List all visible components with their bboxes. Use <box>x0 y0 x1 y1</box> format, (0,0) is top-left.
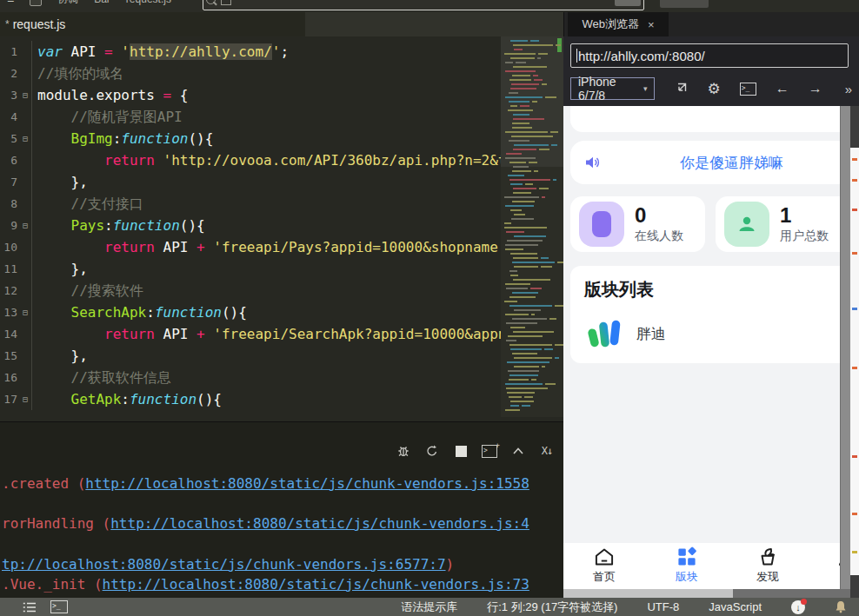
terminal-icon[interactable]: >_ <box>50 600 68 613</box>
editor-tab-bar: * request.js <box>0 12 563 36</box>
code-line: 14 return API + 'freeapi/SearchApk?appid… <box>0 323 501 345</box>
toolbar-item[interactable]: 协调 <box>57 0 78 7</box>
file-filter-icon <box>221 0 231 5</box>
console-terminal-icon[interactable]: >_ <box>740 83 756 96</box>
code-line: 11 }, <box>0 258 501 280</box>
nav-discover[interactable]: 发现 <box>743 546 792 585</box>
file-icon <box>30 0 42 6</box>
close-icon[interactable]: × <box>648 18 655 31</box>
code-line: 3⊟module.exports = { <box>0 84 501 106</box>
gear-icon[interactable]: ⚙ <box>707 80 720 98</box>
url-text: http://ahlly.com/:8080/ <box>578 49 705 63</box>
edge-annotation-strip <box>850 106 859 598</box>
nav-boards[interactable]: 版块 <box>663 546 711 585</box>
text-caret <box>576 49 577 63</box>
toolbar-item[interactable]: Bar <box>94 0 110 5</box>
forward-icon[interactable]: → <box>809 81 822 96</box>
search-inner-button[interactable] <box>615 0 641 6</box>
code-line: 5⊟ BgImg:function(){ <box>0 128 501 149</box>
code-line: 17⊟ GetApk:function(){ <box>0 388 501 410</box>
chevron-down-icon: ▾ <box>643 84 648 93</box>
stat-label: 在线人数 <box>635 229 683 244</box>
nav-label: 版块 <box>676 569 698 585</box>
board-logo <box>584 314 624 354</box>
toolbar-item[interactable]: request.js <box>126 0 171 5</box>
code-line: 4 //随机背景图API <box>0 106 501 128</box>
search-input[interactable] <box>203 0 644 10</box>
encoding-status[interactable]: UTF-8 <box>647 600 679 613</box>
board-list-card: 版块列表 胖迪 <box>570 266 850 363</box>
bell-icon[interactable] <box>835 600 847 613</box>
search-icon <box>206 0 216 4</box>
notice-banner[interactable]: 你是傻逼胖娣嘛 <box>570 141 850 184</box>
total-users-card[interactable]: 1 用户总数 <box>716 196 850 252</box>
top-toolbar: ≡ 协调 Bar request.js <box>0 0 859 12</box>
device-label: iPhone 6/7/8 <box>578 75 643 103</box>
console-output: .created (http://localhost:8080/static/j… <box>2 474 563 594</box>
online-users-card[interactable]: 0 在线人数 <box>570 196 705 252</box>
code-line: 16 //获取软件信息 <box>0 367 501 388</box>
device-select[interactable]: iPhone 6/7/8 ▾ <box>570 77 655 100</box>
code-line: 2//填你的域名 <box>0 63 501 84</box>
horizontal-scrollbar[interactable] <box>563 589 859 598</box>
code-editor[interactable]: 1var API = 'http://ahlly.com/';2//填你的域名3… <box>0 36 563 421</box>
ide-window: ≡ 协调 Bar request.js * request.js Web浏览器 … <box>0 0 859 616</box>
more-tools-icon[interactable]: » <box>845 82 852 96</box>
tab-web-browser[interactable]: Web浏览器 × <box>568 12 669 36</box>
collapse-icon[interactable] <box>510 443 526 459</box>
stat-value: 1 <box>780 204 829 227</box>
device-toolbar: iPhone 6/7/8 ▾ ⚙ >_ ← → » <box>570 76 852 101</box>
section-title: 版块列表 <box>584 278 836 301</box>
nav-home[interactable]: 首页 <box>580 546 629 585</box>
notice-text: 你是傻逼胖娣嘛 <box>680 153 783 173</box>
url-input[interactable]: http://ahlly.com/:8080/ <box>570 43 849 68</box>
code-line: 8 //支付接口 <box>0 193 501 215</box>
back-icon[interactable]: ← <box>776 81 789 96</box>
search-button[interactable] <box>660 0 709 8</box>
code-line: 6 return 'http://ovooa.com/API/360bz/api… <box>0 149 501 171</box>
board-item[interactable]: 胖迪 <box>584 314 836 354</box>
bug-icon[interactable] <box>396 443 411 459</box>
clear-icon[interactable]: X↓ <box>539 443 555 459</box>
code-line: 7 }, <box>0 171 501 193</box>
status-bar: >_ 语法提示库 行:1 列:29 (17字符被选择) UTF-8 JavaSc… <box>0 598 859 616</box>
code-line: 9⊟ Pays:function(){ <box>0 215 501 236</box>
nav-label: 发现 <box>756 569 779 585</box>
language-mode[interactable]: JavaScript <box>709 600 762 613</box>
syntax-lib-status[interactable]: 语法提示库 <box>401 599 457 615</box>
code-line: 10 return API + 'freeapi/Pays?appid=1000… <box>0 236 501 258</box>
tab-label: Web浏览器 <box>582 17 639 32</box>
stack-trace-link[interactable]: http://localhost:8080/static/js/chunk-ve… <box>110 515 529 532</box>
update-icon[interactable]: ↓ <box>791 600 805 614</box>
new-terminal-icon[interactable]: >+ <box>482 443 497 459</box>
tab-bar: 首页 版块 发现 我 <box>563 543 850 589</box>
stat-value: 0 <box>635 204 683 227</box>
code-line: 1var API = 'http://ahlly.com/'; <box>0 41 501 63</box>
console-line: rorHandling (http://localhost:8080/stati… <box>2 514 563 533</box>
browser-tab-bar: Web浏览器 × <box>563 12 859 36</box>
app-preview: 你是傻逼胖娣嘛 0 在线人数 1 用户总数 版块列表 <box>563 106 859 598</box>
board-name: 胖迪 <box>636 324 666 344</box>
scrollbar-thumb[interactable] <box>733 589 859 598</box>
restart-icon[interactable] <box>424 443 440 459</box>
stop-icon[interactable] <box>453 443 469 459</box>
tab-label: request.js <box>13 17 66 31</box>
phone-icon <box>579 202 624 247</box>
stack-trace-link[interactable]: tp://localhost:8080/static/js/chunk-vend… <box>2 556 446 573</box>
menu-icon[interactable]: ≡ <box>7 0 14 6</box>
outline-icon[interactable] <box>23 602 37 613</box>
console-line: tp://localhost:8080/static/js/chunk-vend… <box>2 555 563 574</box>
console-line: .Vue._init (http://localhost:8080/static… <box>2 575 563 594</box>
stack-trace-link[interactable]: http://localhost:8080/static/js/chunk-ve… <box>85 475 529 492</box>
modified-indicator: * <box>5 18 10 30</box>
open-external-icon[interactable] <box>674 82 688 96</box>
banner-card <box>570 106 850 132</box>
cursor-position[interactable]: 行:1 列:29 (17字符被选择) <box>487 599 617 615</box>
stack-trace-link[interactable]: http://localhost:8080/static/js/chunk-ve… <box>103 576 529 593</box>
code-lines: 1var API = 'http://ahlly.com/';2//填你的域名3… <box>0 41 501 421</box>
minimap[interactable] <box>501 36 563 417</box>
stats-row: 0 在线人数 1 用户总数 <box>570 196 850 252</box>
user-icon <box>724 202 769 247</box>
tab-request-js[interactable]: * request.js <box>0 12 305 36</box>
code-line: 15 }, <box>0 345 501 367</box>
